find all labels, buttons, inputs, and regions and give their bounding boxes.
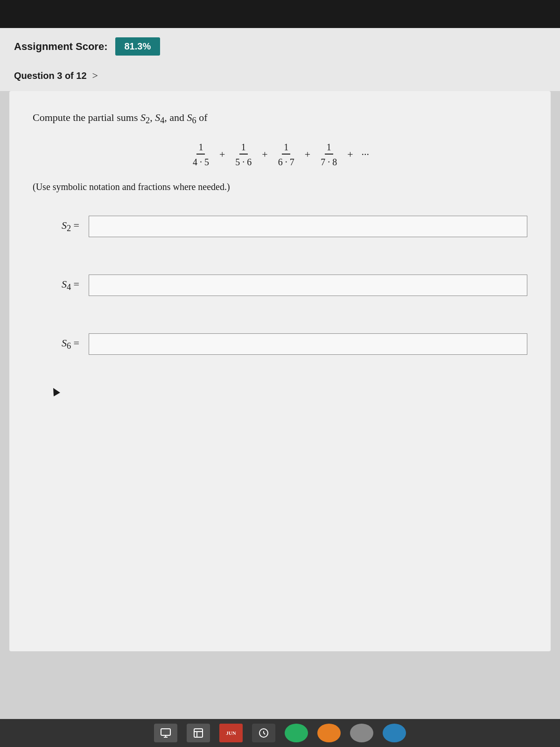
- taskbar-orange-circle[interactable]: [317, 724, 341, 742]
- s4-answer-row: S4 =: [33, 275, 527, 296]
- score-badge: 81.3%: [115, 37, 161, 56]
- fraction-2-den: 5 · 6: [233, 155, 253, 168]
- taskbar-item-1[interactable]: [154, 724, 177, 742]
- fraction-1-den: 4 · 5: [191, 155, 211, 168]
- taskbar-item-6[interactable]: [383, 724, 406, 742]
- plus-3: +: [305, 148, 310, 161]
- taskbar-item-4[interactable]: [252, 724, 275, 742]
- fraction-3: 1 6 · 7: [276, 141, 296, 168]
- assignment-score-bar: Assignment Score: 81.3%: [0, 28, 560, 65]
- s4-input[interactable]: [89, 275, 527, 296]
- fraction-3-num: 1: [282, 141, 290, 155]
- fraction-4-den: 7 · 8: [319, 155, 339, 168]
- question-nav-text: Question 3 of 12: [14, 70, 87, 81]
- taskbar-green-circle[interactable]: [285, 724, 308, 742]
- plus-1: +: [219, 148, 225, 161]
- fraction-1-num: 1: [196, 141, 205, 155]
- math-series: 1 4 · 5 + 1 5 · 6 + 1 6 · 7 + 1 7 · 8 + …: [33, 141, 527, 168]
- s2-label: S2 =: [33, 219, 79, 233]
- fraction-3-den: 6 · 7: [276, 155, 296, 168]
- question-card: Compute the partial sums S2, S4, and S6 …: [9, 91, 551, 651]
- svg-line-8: [264, 733, 265, 734]
- taskbar-item-2[interactable]: [187, 724, 210, 742]
- fraction-4: 1 7 · 8: [319, 141, 339, 168]
- fraction-1: 1 4 · 5: [191, 141, 211, 168]
- s2-answer-row: S2 =: [33, 216, 527, 237]
- s4-label: S4 =: [33, 278, 79, 292]
- top-bar: [0, 0, 560, 28]
- fraction-2: 1 5 · 6: [233, 141, 253, 168]
- svg-rect-0: [161, 729, 170, 735]
- s6-input[interactable]: [89, 333, 527, 355]
- ellipsis: ···: [362, 148, 370, 161]
- taskbar-jun-item[interactable]: JUN: [219, 724, 243, 742]
- assignment-score-label: Assignment Score:: [14, 41, 108, 53]
- fraction-4-num: 1: [325, 141, 333, 155]
- plus-4: +: [347, 148, 353, 161]
- s2-input[interactable]: [89, 216, 527, 237]
- svg-rect-3: [194, 729, 203, 737]
- question-nav: Question 3 of 12 >: [0, 65, 560, 91]
- hint-text: (Use symbolic notation and fractions whe…: [33, 182, 527, 192]
- s6-label: S6 =: [33, 337, 79, 351]
- plus-2: +: [262, 148, 267, 161]
- question-prompt: Compute the partial sums S2, S4, and S6 …: [33, 110, 527, 127]
- next-question-arrow[interactable]: >: [92, 70, 98, 82]
- taskbar-item-5[interactable]: [350, 724, 373, 742]
- bottom-taskbar: JUN: [0, 719, 560, 747]
- fraction-2-num: 1: [239, 141, 248, 155]
- s6-answer-row: S6 =: [33, 333, 527, 355]
